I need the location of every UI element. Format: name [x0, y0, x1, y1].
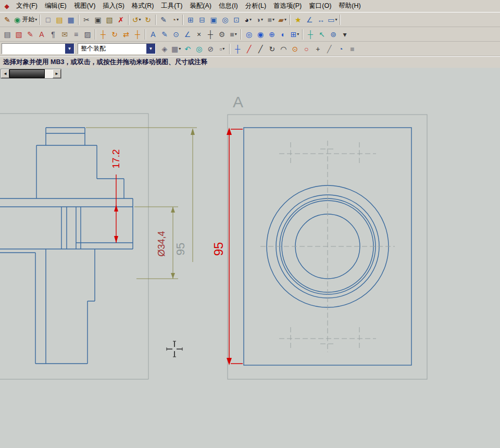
crosshatch-icon[interactable]: ×: [193, 29, 205, 40]
arc-icon[interactable]: ◠: [278, 43, 289, 55]
gear-icon[interactable]: ⚙: [216, 29, 228, 40]
chevron-down-icon[interactable]: ▾: [139, 17, 141, 22]
window-split-icon[interactable]: ⊟: [196, 14, 208, 26]
chevron-down-icon[interactable]: ▾: [261, 17, 263, 22]
snapshot-view-icon[interactable]: ⊡: [231, 14, 242, 26]
target-point-icon[interactable]: ┼: [205, 29, 216, 40]
view-label-a[interactable]: A: [233, 93, 243, 110]
chevron-down-icon[interactable]: ▾: [222, 46, 224, 51]
dimension-95-right-text[interactable]: 95: [211, 242, 226, 256]
circle-icon[interactable]: ○: [301, 43, 312, 55]
id-symbol-icon[interactable]: ⊙: [170, 29, 182, 40]
selection-filter-combo[interactable]: ▼: [2, 43, 74, 54]
chevron-down-icon[interactable]: ▾: [284, 17, 286, 22]
graphics-window[interactable]: ◄ ► A 17.2: [0, 68, 500, 448]
paste-icon[interactable]: ▧: [104, 14, 115, 26]
menu-item-10[interactable]: 首选项(P): [270, 0, 305, 12]
menu-item-1[interactable]: 文件(F): [12, 0, 41, 12]
move-dimension-icon[interactable]: ┼: [97, 29, 109, 40]
scroll-left-button[interactable]: ◄: [1, 69, 9, 78]
menu-item-4[interactable]: 插入(S): [99, 0, 128, 12]
measure-distance-icon[interactable]: ↔: [315, 14, 327, 26]
chevron-down-icon[interactable]: ▾: [249, 17, 252, 22]
work-part-icon[interactable]: ◈: [159, 43, 170, 55]
stamp-icon[interactable]: ¶: [47, 29, 59, 40]
snap-free-icon[interactable]: ◎: [243, 29, 255, 40]
balloon-icon[interactable]: ⊚: [328, 29, 339, 40]
style-box-icon[interactable]: ■▾: [228, 29, 239, 40]
drawing-sheet[interactable]: A 17.2 Ø34,4 9: [0, 68, 500, 448]
snap-grid-icon[interactable]: ⊞▾: [289, 29, 301, 40]
centerlines[interactable]: [260, 141, 395, 352]
undo-icon[interactable]: ↺▾: [131, 14, 142, 26]
line-icon[interactable]: ╱: [255, 43, 266, 55]
menu-item-9[interactable]: 分析(L): [242, 0, 270, 12]
menu-item-3[interactable]: 视图(V): [70, 0, 99, 12]
wcs-icon[interactable]: ┼: [305, 29, 316, 40]
delete-icon[interactable]: ✗: [115, 14, 127, 26]
menu-item-7[interactable]: 装配(A): [186, 0, 215, 12]
edit-text-icon[interactable]: A: [36, 29, 47, 40]
scroll-track[interactable]: [9, 69, 53, 78]
redo-icon[interactable]: ↻: [142, 14, 154, 26]
circle-center-icon[interactable]: ⊙: [289, 43, 301, 55]
hatch-icon[interactable]: ▨: [82, 29, 93, 40]
menu-item-2[interactable]: 编辑(E): [41, 0, 70, 12]
window-grid-icon[interactable]: ⊞: [185, 14, 196, 26]
annotate-icon[interactable]: ✎: [158, 14, 169, 26]
select-rect-icon[interactable]: ▫▾: [216, 43, 228, 55]
checker-display-icon[interactable]: ▦▾: [170, 43, 182, 55]
scroll-right-button[interactable]: ►: [53, 69, 61, 78]
snap-center-icon[interactable]: ◉: [255, 29, 266, 40]
new-file-icon[interactable]: □: [42, 14, 54, 26]
menu-item-6[interactable]: 工具(T): [157, 0, 186, 12]
envelope-icon[interactable]: ✉: [59, 29, 70, 40]
chevron-down-icon[interactable]: ▾: [297, 32, 299, 36]
more-tools-icon[interactable]: ▾: [339, 29, 351, 40]
menu-item-8[interactable]: 信息(I): [215, 0, 242, 12]
dimension-17-2-text[interactable]: 17.2: [110, 150, 121, 169]
note-icon[interactable]: A: [147, 29, 159, 40]
surface-finish-icon[interactable]: ∠: [182, 29, 193, 40]
leader-icon[interactable]: ✎: [159, 29, 170, 40]
dimension-diameter-text[interactable]: Ø34,4: [156, 231, 167, 256]
chevron-down-icon[interactable]: ▾: [179, 46, 181, 51]
paint-icon[interactable]: ▰▾: [277, 14, 288, 26]
swap-icon[interactable]: ⇄: [120, 29, 132, 40]
chevron-down-icon[interactable]: ▼: [146, 44, 155, 54]
render-style-icon[interactable]: ◑▾: [254, 14, 265, 26]
gray-box-icon[interactable]: ■: [346, 43, 358, 55]
sphere-icon[interactable]: ◔: [335, 43, 346, 55]
dimension-95-right[interactable]: 95: [211, 128, 243, 365]
menu-item-11[interactable]: 窗口(O): [305, 0, 335, 12]
palette-icon[interactable]: ◔▾: [169, 14, 181, 26]
erase-icon[interactable]: ▧: [13, 29, 24, 40]
drafting-icon[interactable]: ✎: [2, 14, 13, 26]
chevron-down-icon[interactable]: ▾: [177, 17, 179, 22]
window-single-icon[interactable]: ▣: [208, 14, 219, 26]
dimension-95-left-text[interactable]: 95: [174, 243, 187, 255]
chevron-down-icon[interactable]: ▾: [335, 17, 337, 22]
save-icon[interactable]: ▦: [65, 14, 77, 26]
pan-icon[interactable]: ┼: [232, 43, 243, 55]
shaded-view-icon[interactable]: ◕▾: [242, 14, 254, 26]
preview-icon[interactable]: ◎: [193, 43, 205, 55]
layers-icon[interactable]: ≡: [70, 29, 82, 40]
snap-quadrant-icon[interactable]: ◐: [278, 29, 289, 40]
chevron-down-icon[interactable]: ▾: [235, 32, 237, 36]
menu-item-5[interactable]: 格式(R): [128, 0, 157, 12]
display-mode-icon[interactable]: ■▾: [265, 14, 277, 26]
snap-intersection-icon[interactable]: ⊕: [266, 29, 278, 40]
chevron-down-icon[interactable]: ▾: [272, 17, 274, 22]
rotate-dimension-icon[interactable]: ↻: [109, 29, 120, 40]
h-scrollbar[interactable]: ◄ ►: [1, 69, 61, 79]
dimension-diameter[interactable]: Ø34,4: [134, 207, 178, 279]
center-mark-icon[interactable]: ┼: [132, 29, 143, 40]
measure-angle-icon[interactable]: ∠: [304, 14, 315, 26]
view-edit-icon[interactable]: ▤: [2, 29, 13, 40]
zoom-view-icon[interactable]: ◎: [219, 14, 231, 26]
slash-icon[interactable]: ╱: [323, 43, 335, 55]
find-icon[interactable]: ★: [292, 14, 304, 26]
edit-dimension-icon[interactable]: ✎: [24, 29, 36, 40]
menu-item-12[interactable]: 帮助(H): [335, 0, 364, 12]
